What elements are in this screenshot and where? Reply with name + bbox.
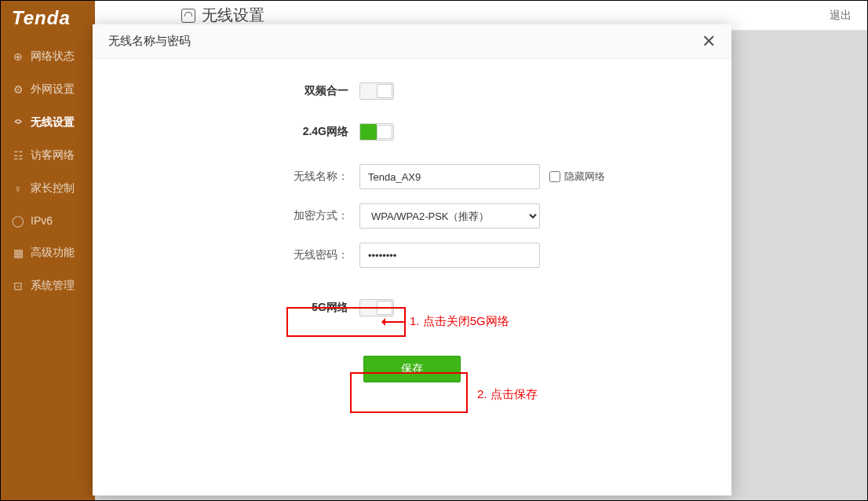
- brand-logo: Tenda: [1, 1, 95, 40]
- sidebar-item-ipv6[interactable]: ◯ IPv6: [1, 205, 95, 236]
- sidebar-item-wireless-settings[interactable]: ⌔ 无线设置: [1, 106, 95, 139]
- annotation-arrow-1: [382, 321, 404, 323]
- hide-network-checkbox[interactable]: [549, 171, 560, 182]
- toggle-dual-band[interactable]: [359, 82, 394, 100]
- sidebar-item-guest-network[interactable]: ☷ 访客网络: [1, 139, 95, 172]
- label-password: 无线密码：: [124, 248, 359, 262]
- globe-icon: ⊕: [12, 50, 24, 63]
- label-dual-band: 双频合一: [124, 84, 359, 98]
- label-5g: 5G网络: [124, 301, 359, 315]
- wireless-header-icon: [181, 9, 195, 23]
- sidebar-item-label: 家长控制: [31, 181, 75, 196]
- sidebar-item-parental-control[interactable]: ♀ 家长控制: [1, 172, 95, 205]
- button-row: 保存: [124, 356, 700, 382]
- gear-icon: ⚙: [12, 83, 24, 96]
- users-icon: ☷: [12, 149, 24, 162]
- modal-body: 双频合一 2.4G网络 无线名称： 隐藏网络 加密方式：: [93, 59, 731, 406]
- grid-icon: ▦: [12, 247, 24, 259]
- row-password: 无线密码：: [124, 243, 700, 268]
- sidebar-item-system[interactable]: ⊡ 系统管理: [1, 269, 95, 302]
- toggle-24g[interactable]: [359, 123, 394, 141]
- sidebar-item-label: 网络状态: [31, 49, 75, 64]
- row-ssid: 无线名称： 隐藏网络: [124, 164, 700, 189]
- wifi-icon: ⌔: [12, 116, 24, 129]
- row-dual-band: 双频合一: [124, 82, 700, 100]
- sidebar-item-advanced[interactable]: ▦ 高级功能: [1, 236, 95, 269]
- hide-network-label: 隐藏网络: [564, 170, 605, 184]
- sidebar-item-label: 系统管理: [31, 279, 75, 293]
- annotation-text-1: 1. 点击关闭5G网络: [410, 314, 509, 329]
- annotation-text-2: 2. 点击保存: [477, 387, 538, 402]
- sidebar-item-label: IPv6: [31, 214, 53, 227]
- wireless-name-password-modal: 无线名称与密码 ✕ 双频合一 2.4G网络 无线名称： 隐藏网络: [93, 24, 731, 496]
- sidebar-item-label: 无线设置: [31, 115, 75, 130]
- sidebar-item-network-status[interactable]: ⊕ 网络状态: [1, 40, 95, 73]
- sidebar-item-label: 访客网络: [31, 148, 75, 163]
- sidebar-item-label: 高级功能: [31, 246, 75, 260]
- password-input[interactable]: [359, 243, 540, 268]
- header-title-wrap: 无线设置: [181, 5, 264, 26]
- encryption-select[interactable]: WPA/WPA2-PSK（推荐）: [359, 203, 540, 229]
- save-button[interactable]: 保存: [363, 356, 461, 382]
- label-ssid: 无线名称：: [124, 170, 359, 184]
- toggle-5g[interactable]: [359, 299, 394, 316]
- label-encryption: 加密方式：: [124, 209, 359, 223]
- sidebar-item-wan-settings[interactable]: ⚙ 外网设置: [1, 73, 95, 106]
- ipv6-icon: ◯: [12, 214, 24, 227]
- ssid-input[interactable]: [359, 164, 540, 189]
- page-title: 无线设置: [202, 5, 264, 26]
- label-24g: 2.4G网络: [124, 125, 359, 139]
- row-encryption: 加密方式： WPA/WPA2-PSK（推荐）: [124, 203, 700, 229]
- row-24g: 2.4G网络: [124, 123, 700, 141]
- exit-link[interactable]: 退出: [830, 9, 852, 23]
- sidebar-item-label: 外网设置: [31, 82, 75, 97]
- modal-title: 无线名称与密码: [108, 34, 191, 49]
- parent-icon: ♀: [12, 182, 24, 195]
- close-icon[interactable]: ✕: [702, 31, 716, 52]
- hide-network-checkbox-wrap[interactable]: 隐藏网络: [549, 170, 605, 184]
- sidebar: Tenda ⊕ 网络状态 ⚙ 外网设置 ⌔ 无线设置 ☷ 访客网络 ♀ 家长控制…: [1, 1, 95, 500]
- monitor-icon: ⊡: [12, 280, 24, 292]
- modal-header: 无线名称与密码 ✕: [93, 24, 731, 59]
